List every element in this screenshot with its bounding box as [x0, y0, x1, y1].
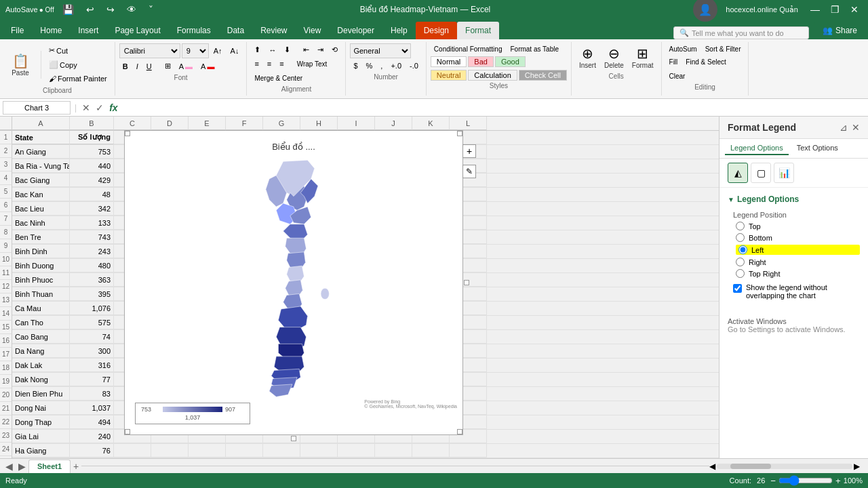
cell-K23[interactable] [412, 444, 450, 458]
sort-filter-button[interactable]: Sort & Filter [702, 43, 745, 55]
col-header-A[interactable]: A [12, 117, 70, 130]
position-bottom[interactable]: Bottom [736, 233, 860, 242]
paste-button[interactable]: 📋 Paste [4, 51, 37, 79]
hscrollbar[interactable] [717, 464, 852, 469]
name-box[interactable] [3, 101, 71, 115]
cell-A8[interactable]: Ben Tre [12, 230, 70, 244]
share-button[interactable]: 👥 Share [814, 22, 865, 39]
fill-icon-button[interactable]: ◭ [728, 163, 748, 183]
cell-A16[interactable]: Da Nang [12, 344, 70, 358]
cell-B15[interactable]: 74 [70, 330, 114, 344]
border-icon-button[interactable]: ▢ [751, 163, 771, 183]
underline-button[interactable]: U [143, 60, 155, 73]
chart-icon-button[interactable]: 📊 [774, 163, 794, 183]
cell-B9[interactable]: 243 [70, 245, 114, 258]
hscrollthumb[interactable] [730, 464, 771, 469]
cell-B21[interactable]: 494 [70, 415, 114, 429]
cell-G23[interactable] [263, 444, 300, 458]
position-top-right[interactable]: Top Right [736, 269, 860, 278]
cell-A15[interactable]: Cao Bang [12, 330, 70, 344]
position-top[interactable]: Top [736, 222, 860, 230]
clear-button[interactable]: Clear [666, 70, 689, 82]
cell-A21[interactable]: Dong Thap [12, 415, 70, 429]
col-header-E[interactable]: E [189, 117, 226, 130]
tab-insert[interactable]: Insert [70, 22, 106, 39]
cell-A7[interactable]: Bac Ninh [12, 216, 70, 230]
cell-A23[interactable]: Ha Giang [12, 444, 70, 458]
cell-A3[interactable]: Ba Ria - Vung Tau [12, 159, 70, 173]
format-cells-button[interactable]: ⊞ Format [629, 43, 657, 71]
col-header-D[interactable]: D [151, 117, 189, 130]
cell-B4[interactable]: 429 [70, 174, 114, 187]
find-select-button[interactable]: Find & Select [682, 56, 729, 68]
align-center-button[interactable]: ≡ [264, 58, 275, 70]
minimize-button[interactable]: — [806, 3, 824, 16]
cell-A14[interactable]: Can Tho [12, 316, 70, 329]
tab-legend-options[interactable]: Legend Options [725, 142, 789, 155]
cancel-icon[interactable]: ✕ [81, 102, 92, 113]
cell-H23[interactable] [300, 444, 338, 458]
zoom-in-button[interactable]: + [835, 476, 841, 486]
tab-formulas[interactable]: Formulas [169, 22, 219, 39]
tab-file[interactable]: File [3, 22, 32, 39]
position-right[interactable]: Right [736, 258, 860, 266]
style-bad[interactable]: Bad [468, 56, 494, 67]
cell-B10[interactable]: 480 [70, 259, 114, 272]
cell-B12[interactable]: 395 [70, 287, 114, 301]
cell-I23[interactable] [338, 444, 375, 458]
cell-A13[interactable]: Ca Mau [12, 302, 70, 315]
fill-color-button[interactable]: A ▬ [176, 60, 196, 73]
chart-edit-button[interactable]: ✎ [462, 165, 476, 178]
col-header-I[interactable]: I [338, 117, 375, 130]
wrap-text-button[interactable]: Wrap Text [294, 58, 331, 70]
delete-cells-button[interactable]: ⊖ Delete [601, 43, 627, 71]
cell-F23[interactable] [226, 444, 263, 458]
insert-cells-button[interactable]: ⊕ Insert [576, 43, 599, 71]
cell-A12[interactable]: Binh Thuan [12, 287, 70, 301]
style-check-cell[interactable]: Check Cell [519, 70, 567, 81]
cell-E23[interactable] [189, 444, 226, 458]
avatar[interactable]: 👤 [693, 0, 717, 22]
style-good[interactable]: Good [495, 56, 526, 67]
increase-decimal-button[interactable]: +.0 [387, 60, 405, 72]
pin-button[interactable]: ⊿ [840, 122, 848, 133]
cell-B16[interactable]: 300 [70, 344, 114, 358]
cell-B17[interactable]: 316 [70, 359, 114, 372]
cell-B13[interactable]: 1,076 [70, 302, 114, 315]
add-sheet-button[interactable]: + [71, 461, 81, 472]
cell-B11[interactable]: 363 [70, 273, 114, 287]
show-legend-checkbox[interactable]: Show the legend without overlapping the … [733, 283, 860, 300]
fill-button[interactable]: Fill [666, 56, 682, 68]
legend-options-section-header[interactable]: ▼ Legend Options [728, 192, 860, 207]
cell-D23[interactable] [151, 444, 189, 458]
merge-center-button[interactable]: Merge & Center [251, 73, 306, 84]
cell-B18[interactable]: 77 [70, 373, 114, 386]
comma-button[interactable]: , [377, 60, 386, 72]
tab-data[interactable]: Data [219, 22, 252, 39]
text-direction-button[interactable]: ⟲ [328, 43, 341, 56]
cell-C23[interactable] [114, 444, 151, 458]
format-painter-button[interactable]: 🖌 Format Painter [45, 73, 111, 85]
cell-A11[interactable]: Binh Phuoc [12, 273, 70, 287]
font-size-select[interactable]: 9 [182, 43, 209, 58]
zoom-slider[interactable] [778, 475, 833, 486]
help-search[interactable]: 🔍 Tell me what you want to do [673, 26, 809, 39]
more-button[interactable]: ˅ [144, 3, 157, 16]
handle-bl[interactable] [125, 429, 130, 434]
font-color-button[interactable]: A ▬ [197, 60, 218, 73]
cell-A1[interactable]: State [12, 131, 70, 144]
cell-B23[interactable]: 76 [70, 444, 114, 458]
decrease-decimal-button[interactable]: -.0 [406, 60, 422, 72]
table-row[interactable]: Ha Giang76 [12, 444, 719, 458]
close-button[interactable]: ✕ [846, 3, 863, 16]
col-header-F[interactable]: F [226, 117, 263, 130]
cell-B1[interactable]: Số lượng [70, 131, 114, 144]
preview-button[interactable]: 👁 [123, 3, 140, 16]
cell-A18[interactable]: Dak Nong [12, 373, 70, 386]
decrease-font-button[interactable]: A↓ [227, 45, 243, 57]
col-header-K[interactable]: K [412, 117, 450, 130]
conditional-formatting-button[interactable]: Conditional Formatting [431, 43, 506, 55]
tab-home[interactable]: Home [32, 22, 70, 39]
cell-A2[interactable]: An Giang [12, 145, 70, 159]
cell-B5[interactable]: 48 [70, 188, 114, 201]
